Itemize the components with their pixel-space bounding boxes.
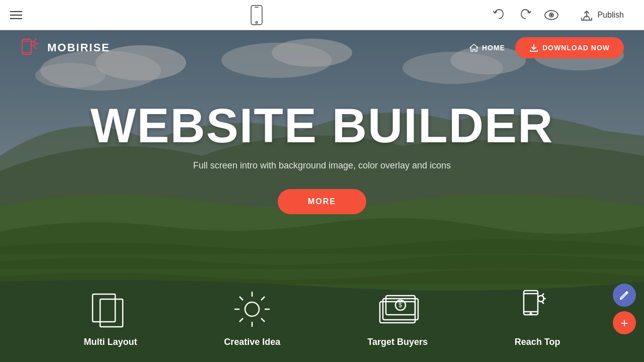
hero-subtitle: Full screen intro with background image,… [193,160,451,171]
navbar: MOBIRISE HOME DOWNLOAD NOW [0,30,644,65]
main-content: MOBIRISE HOME DOWNLOAD NOW WEBSITE BUILD… [0,30,644,362]
download-label: DOWNLOAD NOW [542,44,610,52]
download-icon [529,43,538,52]
home-nav-item[interactable]: HOME [469,43,505,53]
reach-top-icon [515,287,560,332]
creative-idea-icon [229,287,275,332]
fab-plus-button[interactable]: + [613,311,636,334]
features-row: Multi Layout Creative Idea [0,272,644,362]
svg-point-5 [550,14,552,16]
undo-button[interactable] [491,7,507,23]
mobile-preview-button[interactable] [249,5,264,25]
feature-reach-top: Reach Top [515,287,560,347]
svg-text:$: $ [398,301,403,309]
feature-label-multi-layout: Multi Layout [84,337,137,347]
svg-point-23 [31,42,35,46]
hero-section: WEBSITE BUILDER Full screen intro with b… [0,70,644,214]
svg-line-33 [261,297,265,300]
multi-layout-icon [88,287,133,332]
svg-rect-25 [100,299,123,327]
toolbar-center [249,5,264,25]
feature-label-reach-top: Reach Top [515,337,560,347]
publish-button[interactable]: Publish [570,4,634,26]
preview-button[interactable] [543,7,559,23]
redo-button[interactable] [517,7,533,23]
nav-links: HOME DOWNLOAD NOW [469,37,624,58]
svg-point-26 [245,302,259,316]
feature-label-creative-idea: Creative Idea [224,337,280,347]
svg-line-31 [239,297,243,300]
hamburger-menu[interactable] [10,11,22,19]
svg-point-43 [530,313,532,314]
fab-pencil-button[interactable] [613,284,636,307]
logo: MOBIRISE [20,37,110,59]
svg-line-20 [34,39,36,41]
svg-rect-24 [93,294,115,322]
svg-line-22 [34,47,36,49]
logo-icon [20,37,42,59]
more-button[interactable]: MORE [278,189,366,214]
home-label: HOME [482,44,505,52]
svg-line-32 [261,318,265,322]
logo-text: MOBIRISE [47,41,110,54]
toolbar-left [10,11,22,19]
plus-icon: + [620,316,628,329]
pencil-icon [619,290,630,301]
feature-target-buyers: $ Target Buyers [367,287,428,347]
feature-label-target-buyers: Target Buyers [367,337,428,347]
target-buyers-icon: $ [375,287,420,332]
svg-line-34 [239,318,243,322]
download-button[interactable]: DOWNLOAD NOW [515,37,624,58]
feature-multi-layout: Multi Layout [84,287,137,347]
hero-title: WEBSITE BUILDER [91,101,554,151]
publish-label: Publish [598,11,624,20]
home-icon [469,43,479,53]
feature-creative-idea: Creative Idea [224,287,280,347]
svg-point-1 [256,21,258,23]
toolbar: Publish [0,0,644,30]
toolbar-right: Publish [491,4,634,26]
svg-point-19 [26,54,28,55]
